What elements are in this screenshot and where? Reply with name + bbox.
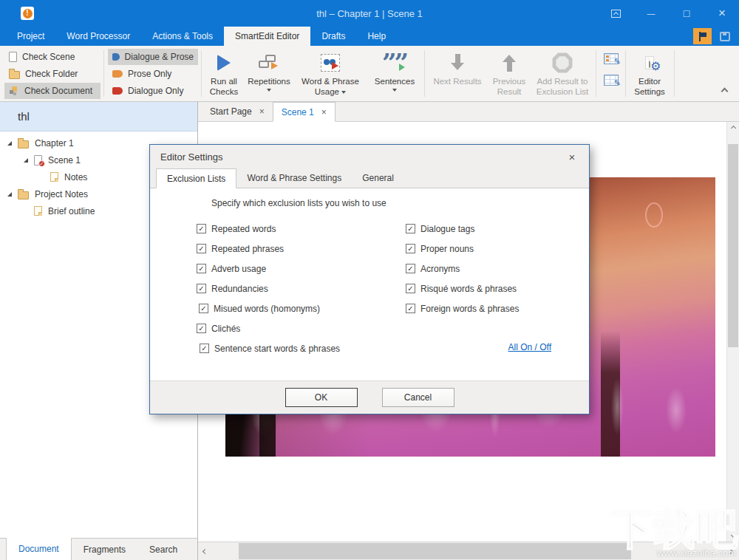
- note-icon: [50, 172, 58, 182]
- horizontal-scrollbar[interactable]: [198, 542, 739, 560]
- table-edit-icon-1[interactable]: [604, 53, 619, 64]
- expand-arrow-icon[interactable]: [7, 141, 12, 146]
- dropdown-caret-icon: [341, 91, 346, 94]
- editor-settings-icon: [645, 49, 654, 76]
- editor-settings-button[interactable]: Editor Settings: [627, 49, 672, 99]
- vertical-scrollbar-thumb[interactable]: [728, 144, 738, 347]
- checkbox-icon[interactable]: [197, 284, 206, 293]
- expand-arrow-icon[interactable]: [7, 192, 12, 197]
- chevron-up-icon: [730, 126, 735, 131]
- option-redundancies[interactable]: Redundancies: [197, 284, 340, 293]
- checkbox-icon[interactable]: [406, 264, 415, 273]
- word-phrase-usage-button[interactable]: Word & Phrase Usage: [293, 49, 368, 99]
- cancel-button[interactable]: Cancel: [382, 388, 454, 407]
- ribbon-divider: [596, 50, 596, 97]
- scroll-up-arrow[interactable]: [727, 126, 739, 130]
- checkbox-icon[interactable]: [199, 304, 208, 313]
- checkbox-icon[interactable]: [197, 324, 206, 333]
- add-result-exclusion-button[interactable]: Add Result to Exclusion List: [531, 49, 594, 99]
- flag-button[interactable]: [693, 28, 712, 44]
- close-tab-icon[interactable]: [321, 107, 327, 117]
- ok-button[interactable]: OK: [285, 388, 358, 407]
- option-repeated-words[interactable]: Repeated words: [197, 224, 340, 233]
- option-sentence-start[interactable]: Sentence start words & phrases: [200, 344, 340, 353]
- option-repeated-phrases[interactable]: Repeated phrases: [197, 244, 340, 253]
- tab-document[interactable]: Document: [6, 538, 72, 560]
- chevron-down-icon: [730, 533, 735, 538]
- project-name-header: thl: [0, 102, 197, 132]
- prose-only-button[interactable]: Prose Only: [108, 66, 198, 82]
- sentences-icon: [382, 49, 407, 76]
- option-foreign-words[interactable]: Foreign words & phrases: [406, 304, 519, 313]
- dialog-titlebar[interactable]: Editor Settings: [150, 145, 589, 168]
- save-button[interactable]: [717, 28, 733, 44]
- menu-help[interactable]: Help: [356, 27, 397, 46]
- document-tabs: Start Page Scene 1: [198, 102, 739, 122]
- option-cliches[interactable]: Clichés: [197, 324, 340, 333]
- menu-drafts[interactable]: Drafts: [310, 27, 356, 46]
- checkbox-icon[interactable]: [406, 284, 415, 293]
- next-results-button[interactable]: Next Results: [429, 49, 486, 99]
- ribbon-divider: [674, 50, 675, 97]
- option-dialogue-tags[interactable]: Dialogue tags: [406, 224, 519, 233]
- ribbon-divider: [103, 50, 104, 97]
- all-on-off-link[interactable]: All On / Off: [508, 342, 551, 352]
- option-proper-nouns[interactable]: Proper nouns: [406, 244, 519, 253]
- checkbox-icon[interactable]: [197, 264, 206, 273]
- dock-panel-icon[interactable]: [609, 7, 622, 20]
- tab-word-phrase-settings[interactable]: Word & Phrase Settings: [236, 168, 352, 188]
- collapse-ribbon-button[interactable]: [720, 87, 729, 95]
- dialogue-prose-button[interactable]: Dialogue & Prose: [108, 49, 198, 65]
- ribbon-divider: [201, 50, 202, 97]
- folder-icon: [18, 140, 29, 148]
- tab-search[interactable]: Search: [137, 539, 189, 560]
- dialog-footer: OK Cancel: [150, 380, 589, 414]
- tab-fragments[interactable]: Fragments: [72, 539, 137, 560]
- checkbox-icon[interactable]: [406, 244, 415, 253]
- menu-actions-tools[interactable]: Actions & Tools: [141, 27, 224, 46]
- check-scene-button[interactable]: Check Scene: [4, 49, 101, 65]
- option-acronyms[interactable]: Acronyms: [406, 264, 519, 273]
- ribbon-divider: [424, 50, 425, 97]
- checkbox-icon[interactable]: [200, 344, 209, 353]
- option-misused-words[interactable]: Misued words (homonyms): [199, 304, 340, 313]
- menu-word-processor[interactable]: Word Processor: [55, 27, 141, 46]
- close-button[interactable]: [715, 7, 729, 20]
- menu-smartedit-editor[interactable]: SmartEdit Editor: [224, 27, 310, 46]
- dialogue-only-button[interactable]: Dialogue Only: [108, 83, 198, 99]
- checkbox-icon[interactable]: [406, 304, 415, 313]
- menu-project[interactable]: Project: [6, 27, 55, 46]
- tab-start-page[interactable]: Start Page: [202, 102, 273, 121]
- horizontal-scrollbar-thumb[interactable]: [239, 543, 631, 559]
- scroll-right-arrow[interactable]: [729, 542, 732, 560]
- scroll-down-arrow[interactable]: [727, 533, 739, 537]
- vertical-scrollbar[interactable]: [726, 122, 739, 542]
- flag-icon: [698, 32, 707, 41]
- window-controls: [609, 0, 729, 27]
- option-adverb-usage[interactable]: Adverb usage: [197, 264, 340, 273]
- sidebar-bottom-tabs: Document Fragments Search: [0, 538, 197, 560]
- run-all-checks-button[interactable]: Run all Checks: [204, 49, 244, 99]
- up-arrow-icon: [613, 11, 618, 16]
- checkbox-icon[interactable]: [197, 244, 206, 253]
- close-tab-icon[interactable]: [259, 106, 265, 117]
- minimize-button[interactable]: [644, 7, 658, 20]
- checkbox-icon[interactable]: [406, 224, 415, 233]
- dialog-close-button[interactable]: [565, 151, 579, 163]
- checkbox-icon[interactable]: [197, 224, 206, 233]
- exclusion-options-right: Dialogue tags Proper nouns Acronyms Risq…: [406, 224, 519, 313]
- image-ring-highlight: [645, 202, 663, 228]
- check-document-button[interactable]: Check Document: [4, 83, 101, 99]
- previous-result-button[interactable]: Previous Result: [488, 49, 531, 99]
- maximize-button[interactable]: [680, 7, 693, 20]
- tab-scene-1[interactable]: Scene 1: [273, 102, 336, 122]
- sentences-button[interactable]: Sentences: [371, 49, 418, 99]
- table-edit-icon-2[interactable]: [604, 75, 619, 86]
- check-folder-button[interactable]: Check Folder: [4, 66, 101, 82]
- tab-general[interactable]: General: [352, 168, 404, 188]
- repetitions-button[interactable]: Repetitions: [247, 49, 291, 99]
- scroll-left-arrow[interactable]: [203, 542, 207, 560]
- option-risque-words[interactable]: Risqué words & phrases: [406, 284, 519, 293]
- tab-exclusion-lists[interactable]: Exclusion Lists: [156, 168, 236, 188]
- expand-arrow-icon[interactable]: [24, 158, 28, 163]
